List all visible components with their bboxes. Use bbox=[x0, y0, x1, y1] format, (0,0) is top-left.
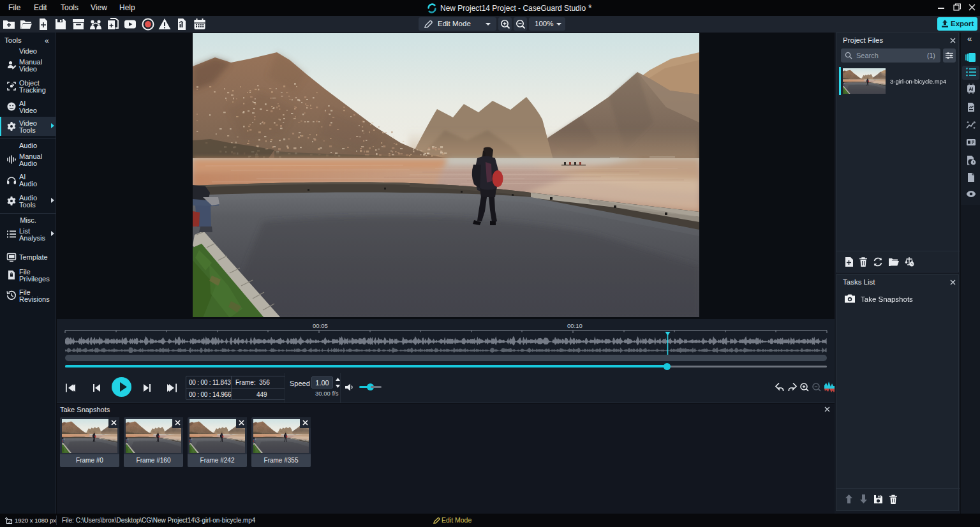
svg-text:AI: AI bbox=[969, 87, 974, 91]
